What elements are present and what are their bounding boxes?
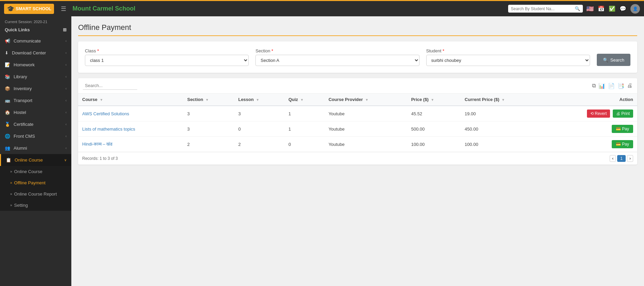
revert-button[interactable]: ⟲ Revert (587, 110, 610, 118)
hostel-icon: 🏠 (5, 110, 10, 115)
col-lesson: Lesson ▼ (234, 94, 284, 106)
table-row: AWS Certified Solutions 3 3 1 Youtube 45… (78, 106, 637, 121)
task-icon[interactable]: ✅ (609, 5, 615, 12)
sidebar-item-certificate[interactable]: 🏅 Certificate ‹ (0, 118, 71, 130)
cell-action: 💳 Pay (544, 121, 637, 137)
submenu-setting[interactable]: » Setting (0, 200, 71, 211)
sidebar-item-library[interactable]: 📚 Library ‹ (0, 71, 71, 83)
cell-course: AWS Certified Solutions (78, 106, 183, 121)
page-1-button[interactable]: 1 (617, 155, 626, 162)
prev-page-button[interactable]: ‹ (610, 155, 616, 162)
next-page-button[interactable]: › (627, 155, 633, 162)
global-search-bar: 🔍 (508, 5, 583, 13)
copy-icon[interactable]: ⧉ (592, 83, 596, 89)
pay-button[interactable]: 💳 Pay (612, 140, 633, 148)
table-body: AWS Certified Solutions 3 3 1 Youtube 45… (78, 106, 637, 152)
submenu-online-course[interactable]: » Online Course (0, 166, 71, 177)
search-btn-label: Search (610, 57, 624, 63)
page-title: Offline Payment (78, 23, 637, 36)
online-course-icon: 📋 (6, 157, 11, 163)
section-group: Section * Section A Section B Section C (255, 48, 419, 66)
cell-course: Lists of mathematics topics (78, 121, 183, 137)
grid-icon[interactable]: ⊞ (63, 27, 67, 32)
col-section: Section ▼ (183, 94, 234, 106)
section-select[interactable]: Section A Section B Section C (255, 55, 419, 66)
communicate-icon: 📢 (5, 38, 10, 44)
sidebar-item-inventory[interactable]: 📦 Inventory ‹ (0, 83, 71, 95)
table-search-input[interactable] (83, 82, 137, 90)
cell-price: 100.00 (407, 137, 461, 152)
chevron-inventory: ‹ (66, 87, 67, 90)
sidebar-item-online-course[interactable]: 📋 Online Course ∨ (0, 154, 71, 166)
cell-lesson: 2 (234, 137, 284, 152)
global-search-input[interactable] (511, 6, 573, 11)
avatar[interactable]: 👤 (630, 4, 640, 14)
print-icon[interactable]: 🖨 (627, 83, 632, 89)
sidebar-label-alumni: Alumni (14, 146, 27, 151)
cell-section: 2 (183, 137, 234, 152)
calendar-icon[interactable]: 📅 (598, 5, 605, 12)
col-quiz: Quiz ▼ (284, 94, 324, 106)
cell-section: 3 (183, 121, 234, 137)
chevron-online-course: ∨ (64, 158, 67, 162)
sidebar-item-download-center[interactable]: ⬇ Download Center ‹ (0, 47, 71, 59)
quick-links[interactable]: Quick Links ⊞ (0, 26, 71, 35)
submenu-offline-payment[interactable]: » Offline Payment (0, 177, 71, 188)
session-info: Current Session: 2020-21 (0, 16, 71, 26)
col-current-price: Current Price ($) ▼ (461, 94, 544, 106)
submenu-online-course-report[interactable]: » Online Course Report (0, 188, 71, 200)
search-icon[interactable]: 🔍 (575, 6, 580, 11)
cell-provider: Youtube (324, 106, 407, 121)
class-group: Class * class 1 class 2 class 3 class 4 (85, 48, 249, 66)
sidebar-label-homework: Homework (14, 62, 35, 67)
table-row: Lists of mathematics topics 3 0 1 Youtub… (78, 121, 637, 137)
download-icon: ⬇ (5, 50, 8, 55)
sidebar-item-front-cms[interactable]: 🌐 Front CMS ‹ (0, 130, 71, 142)
col-course: Course ▼ (78, 94, 183, 106)
transport-icon: 🚌 (5, 98, 10, 103)
pdf-icon[interactable]: 📑 (618, 83, 624, 89)
arrow-online-course-report: » (10, 192, 12, 196)
table-footer: Records: 1 to 3 of 3 ‹ 1 › (78, 152, 637, 165)
sidebar-item-communicate[interactable]: 📢 Communicate ‹ (0, 35, 71, 47)
flag-icon[interactable]: 🇺🇸 (586, 5, 594, 13)
table-actions: ⧉ 📊 📄 📑 🖨 (592, 83, 632, 89)
whatsapp-icon[interactable]: 💬 (620, 5, 626, 12)
sidebar-item-alumni[interactable]: 👥 Alumni ‹ (0, 142, 71, 154)
chevron-front-cms: ‹ (66, 134, 67, 138)
cell-section: 3 (183, 106, 234, 121)
student-select[interactable]: surbhi choubey rahul sharma priya patel (426, 55, 590, 66)
search-button[interactable]: 🔍 Search (597, 54, 630, 66)
cell-action: 💳 Pay (544, 137, 637, 152)
pagination: ‹ 1 › (610, 155, 633, 162)
cell-lesson: 3 (234, 106, 284, 121)
student-label: Student * (426, 48, 590, 53)
main-content: Offline Payment Class * class 1 class 2 … (71, 16, 644, 286)
sidebar-item-homework[interactable]: 📝 Homework ‹ (0, 59, 71, 71)
class-label: Class * (85, 48, 249, 53)
submenu-label-online-course: Online Course (14, 169, 42, 174)
table-search (83, 82, 137, 90)
sidebar: Current Session: 2020-21 Quick Links ⊞ 📢… (0, 16, 71, 286)
sidebar-item-hostel[interactable]: 🏠 Hostel ‹ (0, 106, 71, 118)
sidebar-item-transport[interactable]: 🚌 Transport ‹ (0, 95, 71, 106)
sidebar-label-transport: Transport (14, 98, 32, 103)
cell-provider: Youtube (324, 121, 407, 137)
cell-provider: Youtube (324, 137, 407, 152)
cell-action: ⟲ Revert 🖨 Print (544, 106, 637, 121)
table-card: ⧉ 📊 📄 📑 🖨 Course ▼ Section ▼ Lesson ▼ Qu… (78, 78, 637, 165)
class-select[interactable]: class 1 class 2 class 3 class 4 (85, 55, 249, 66)
hamburger-icon[interactable]: ☰ (61, 5, 66, 13)
arrow-setting: » (10, 203, 12, 207)
print-button[interactable]: 🖨 Print (613, 110, 633, 118)
sidebar-label-online-course: Online Course (15, 157, 43, 163)
pay-button[interactable]: 💳 Pay (612, 125, 633, 133)
cell-quiz: 1 (284, 121, 324, 137)
cell-current-price: 450.00 (461, 121, 544, 137)
arrow-offline-payment: » (10, 181, 12, 185)
csv-icon[interactable]: 📄 (608, 83, 615, 89)
table-row: Hindi-काव्य – खंड 2 2 0 Youtube 100.00 1… (78, 137, 637, 152)
excel-icon[interactable]: 📊 (598, 83, 605, 89)
alumni-icon: 👥 (5, 146, 10, 151)
school-name: Mount Carmel School (72, 5, 505, 12)
